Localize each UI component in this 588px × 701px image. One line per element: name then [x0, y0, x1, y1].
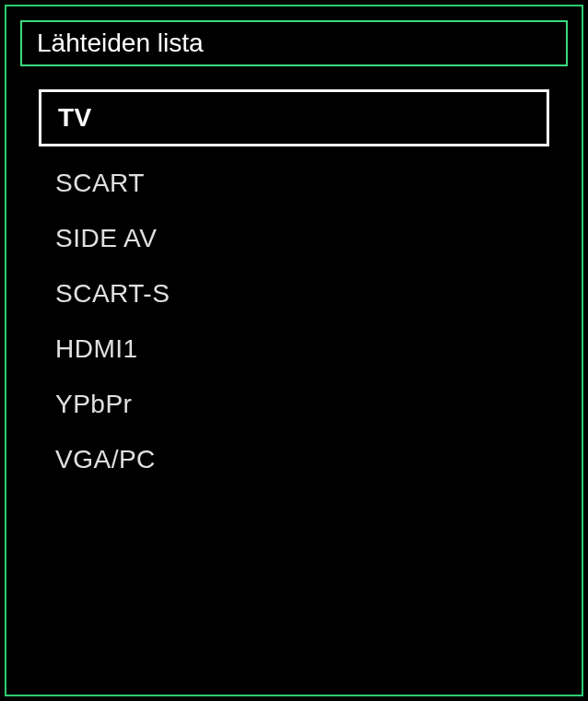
source-item-ypbpr[interactable]: YPbPr	[39, 380, 549, 428]
source-item-side-av[interactable]: SIDE AV	[39, 215, 549, 263]
source-label: SCART-S	[55, 279, 170, 308]
source-item-scart[interactable]: SCART	[39, 159, 549, 207]
menu-title: Lähteiden lista	[37, 29, 204, 58]
source-item-hdmi1[interactable]: HDMI1	[39, 325, 549, 373]
source-label: SIDE AV	[55, 224, 157, 252]
source-label: VGA/PC	[55, 445, 156, 473]
source-label: SCART	[55, 169, 145, 197]
menu-frame: Lähteiden lista TV SCART SIDE AV SCART-S…	[5, 5, 583, 696]
source-label: HDMI1	[55, 334, 138, 363]
source-item-vga-pc[interactable]: VGA/PC	[39, 436, 549, 484]
source-label: TV	[58, 103, 92, 132]
title-bar: Lähteiden lista	[20, 20, 568, 66]
source-item-tv[interactable]: TV	[39, 89, 549, 146]
source-item-scart-s[interactable]: SCART-S	[39, 270, 549, 318]
source-label: YPbPr	[55, 390, 132, 418]
source-list: TV SCART SIDE AV SCART-S HDMI1 YPbPr VGA…	[39, 89, 549, 676]
